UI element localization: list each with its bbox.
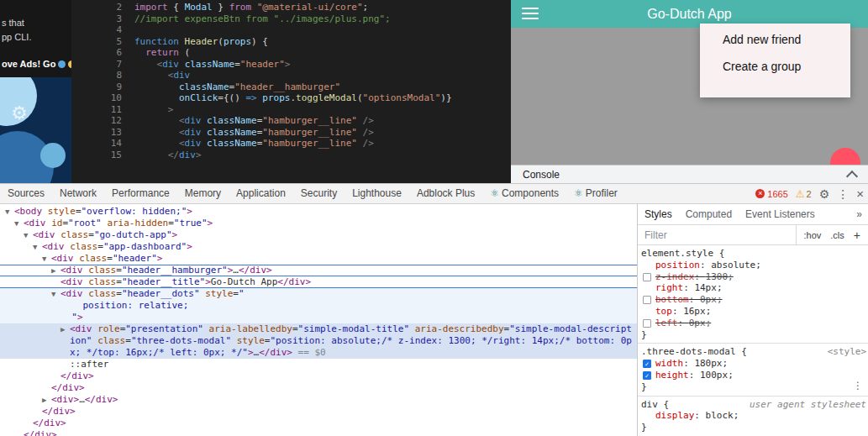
- code-line[interactable]: 12 <div className="hamburger__line" />: [71, 115, 511, 127]
- css-property[interactable]: top: 16px;: [641, 306, 866, 318]
- devtools-tab-performance[interactable]: Performance: [104, 184, 177, 203]
- code-line[interactable]: 8 <div: [71, 70, 511, 81]
- styles-tab-list: StylesComputedEvent Listeners: [638, 205, 822, 224]
- twisty-icon[interactable]: ▶: [42, 394, 50, 406]
- console-warning-badge[interactable]: ⚠ 2: [796, 188, 812, 200]
- sidebar-tab-styles[interactable]: Styles: [638, 205, 679, 224]
- rule-selector[interactable]: div: [641, 399, 658, 410]
- devtools-tab-profiler[interactable]: ⚛Profiler: [566, 184, 625, 203]
- devtools-tab-components[interactable]: ⚛Components: [482, 184, 566, 203]
- css-property[interactable]: ✓height: 100px;: [641, 370, 866, 381]
- devtools-body: ▼<body style="overflow: hidden;">▼<div i…: [0, 204, 868, 436]
- code-line[interactable]: 11 >: [71, 104, 511, 116]
- css-property[interactable]: z-index: 1300;: [641, 271, 866, 283]
- dom-tree-row[interactable]: </div>: [0, 429, 637, 436]
- dom-tree-row[interactable]: ▶<div role="presentation" aria-labelledb…: [0, 323, 637, 359]
- devtools-tab-adblock-plus[interactable]: Adblock Plus: [409, 184, 482, 203]
- twisty-icon[interactable]: ▼: [33, 241, 41, 253]
- devtools-tab-lighthouse[interactable]: Lighthouse: [345, 184, 409, 203]
- dom-tree-row[interactable]: ▼<div class="app-dashboard">: [0, 241, 637, 253]
- dom-tree-row[interactable]: position: relative;: [0, 300, 637, 312]
- rule-selector[interactable]: .three-dots-modal: [641, 346, 736, 357]
- dom-tree-row[interactable]: </div>: [0, 382, 637, 394]
- css-property[interactable]: bottom: 0px;: [641, 294, 866, 306]
- code-line[interactable]: 2import { Modal } from "@material-ui/cor…: [71, 2, 511, 13]
- code-line[interactable]: 9 className="header__hamburger": [71, 81, 511, 93]
- devtools-tabbar: SourcesNetworkPerformanceMemoryApplicati…: [0, 184, 868, 204]
- dom-tree-row[interactable]: ">: [0, 312, 637, 323]
- code-line[interactable]: 5function Header(props) {: [71, 36, 511, 48]
- background-text: pp CLI.: [2, 32, 31, 42]
- code-line[interactable]: 10 onClick={() => props.toggleModal("opt…: [71, 92, 511, 104]
- css-property[interactable]: ✓width: 180px;: [641, 358, 866, 370]
- close-devtools-icon[interactable]: ×: [856, 186, 864, 201]
- rule-source-link[interactable]: <style>: [828, 346, 866, 358]
- style-rule: div {user agent stylesheetdisplay: block…: [638, 397, 868, 436]
- dom-tree-row[interactable]: </div>: [0, 370, 637, 382]
- dom-tree-row[interactable]: </div>: [0, 418, 637, 429]
- twisty-icon[interactable]: ▼: [51, 288, 60, 300]
- code-line[interactable]: 4: [71, 24, 511, 36]
- overflow-menu-icon[interactable]: ⋮: [853, 381, 863, 392]
- rule-source-link[interactable]: user agent stylesheet: [750, 399, 866, 411]
- tab-label: Lighthouse: [352, 184, 402, 203]
- sidebar-tab-computed[interactable]: Computed: [679, 205, 739, 224]
- code-line[interactable]: 15 </div>: [71, 150, 511, 161]
- twisty-icon[interactable]: ▼: [5, 206, 13, 218]
- css-property[interactable]: left: 0px;: [641, 318, 866, 329]
- dom-tree-row[interactable]: </div>: [0, 406, 637, 418]
- dom-tree-row[interactable]: ::after: [0, 359, 637, 370]
- code-line[interactable]: 7 <div className="header">: [71, 59, 511, 71]
- dom-tree: ▼<body style="overflow: hidden;">▼<div i…: [0, 206, 637, 436]
- code-line[interactable]: 14 <div className="hamburger__line" />: [71, 138, 511, 150]
- property-checkbox[interactable]: ✓: [643, 360, 651, 368]
- dom-tree-row[interactable]: ▶<div>…</div>: [0, 394, 637, 406]
- hamburger-menu-icon[interactable]: [522, 8, 539, 23]
- devtools-tab-security[interactable]: Security: [293, 184, 345, 203]
- property-checkbox[interactable]: [643, 319, 651, 328]
- menu-item-create-a-group[interactable]: Create a group: [723, 60, 850, 73]
- twisty-icon[interactable]: ▼: [42, 253, 50, 265]
- kebab-menu-icon[interactable]: ⋮: [837, 187, 849, 201]
- css-property[interactable]: display: block;: [641, 410, 866, 422]
- line-number: 14: [71, 138, 131, 150]
- twisty-icon[interactable]: ▶: [51, 265, 60, 276]
- code-editor[interactable]: 2import { Modal } from "@material-ui/cor…: [71, 0, 511, 185]
- line-number: 15: [71, 150, 131, 161]
- dom-tree-row[interactable]: ▼<div id="root" aria-hidden="true">: [0, 218, 637, 229]
- menu-item-add-new-friend[interactable]: Add new friend: [723, 33, 850, 46]
- dom-tree-row[interactable]: ▶<div class="header__hamburger">…</div>: [0, 265, 637, 276]
- toggle-element-classes-button[interactable]: .cls: [830, 230, 844, 240]
- code-line[interactable]: 6 return (: [71, 47, 511, 59]
- tab-overflow-icon[interactable]: »: [856, 208, 868, 220]
- css-property[interactable]: right: 14px;: [641, 282, 866, 294]
- twisty-icon[interactable]: ▼: [14, 218, 23, 229]
- twisty-icon[interactable]: ▼: [24, 229, 32, 241]
- devtools-tab-application[interactable]: Application: [229, 184, 293, 203]
- dom-tree-row[interactable]: ▼<body style="overflow: hidden;">: [0, 206, 637, 218]
- css-property[interactable]: position: absolute;: [641, 260, 866, 271]
- new-style-rule-button[interactable]: +: [854, 229, 860, 242]
- dom-tree-row[interactable]: ▼<div class="header__dots" style=": [0, 288, 637, 300]
- styles-filter-input[interactable]: [638, 229, 772, 242]
- chevron-up-icon[interactable]: [846, 170, 858, 181]
- tab-label: Network: [60, 184, 97, 203]
- dom-tree-row[interactable]: ▼<div class="header">: [0, 253, 637, 265]
- sidebar-tab-event-listeners[interactable]: Event Listeners: [739, 205, 822, 224]
- property-checkbox[interactable]: [643, 296, 651, 304]
- console-error-badge[interactable]: × 1665: [755, 189, 787, 199]
- rule-selector[interactable]: element.style: [641, 248, 713, 259]
- devtools-tab-sources[interactable]: Sources: [0, 184, 52, 203]
- property-checkbox[interactable]: ✓: [643, 371, 651, 380]
- dom-tree-row[interactable]: <div class="header__title">Go-Dutch App<…: [0, 276, 637, 288]
- property-checkbox[interactable]: [643, 273, 651, 281]
- console-drawer-bar[interactable]: Console: [511, 165, 868, 183]
- devtools-tab-network[interactable]: Network: [52, 184, 104, 203]
- code-line[interactable]: 3//import expenseBtn from "../images/plu…: [71, 13, 511, 25]
- toggle-pseudo-state-button[interactable]: :hov: [804, 230, 822, 240]
- dom-tree-row[interactable]: ▼<div class="go-dutch-app">: [0, 229, 637, 241]
- settings-gear-icon[interactable]: ⚙: [819, 187, 830, 201]
- twisty-icon[interactable]: ▶: [60, 323, 69, 335]
- devtools-tab-memory[interactable]: Memory: [177, 184, 229, 203]
- code-line[interactable]: 13 <div className="hamburger__line" />: [71, 127, 511, 139]
